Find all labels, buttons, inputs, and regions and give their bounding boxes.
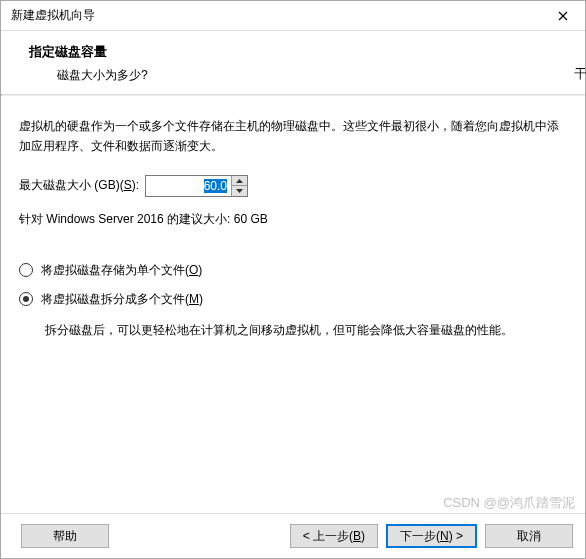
radio-single-file-label: 将虚拟磁盘存储为单个文件(O) [41,262,202,279]
chevron-up-icon [236,179,243,183]
description-text: 虚拟机的硬盘作为一个或多个文件存储在主机的物理磁盘中。这些文件最初很小，随着您向… [19,116,567,157]
split-description: 拆分磁盘后，可以更轻松地在计算机之间移动虚拟机，但可能会降低大容量磁盘的性能。 [45,320,549,340]
disk-size-label: 最大磁盘大小 (GB)(S): [19,177,139,194]
spinner-buttons [231,176,247,196]
wizard-dialog: 新建虚拟机向导 指定磁盘容量 磁盘大小为多少? 虚拟机的硬盘作为一个或多个文件存… [0,0,586,559]
recommended-size-text: 针对 Windows Server 2016 的建议大小: 60 GB [19,211,567,228]
header-section: 指定磁盘容量 磁盘大小为多少? [1,31,585,94]
radio-split-files[interactable]: 将虚拟磁盘拆分成多个文件(M) [19,291,567,308]
disk-size-spinner[interactable] [145,175,248,197]
disk-size-input[interactable] [146,176,231,196]
page-subtitle: 磁盘大小为多少? [29,67,557,84]
titlebar: 新建虚拟机向导 [1,1,585,31]
disk-size-row: 最大磁盘大小 (GB)(S): [19,175,567,197]
close-button[interactable] [540,1,585,31]
radio-icon [19,263,33,277]
page-title: 指定磁盘容量 [29,43,557,61]
next-button[interactable]: 下一步(N) > [386,524,477,548]
help-button[interactable]: 帮助 [21,524,109,548]
radio-single-file[interactable]: 将虚拟磁盘存储为单个文件(O) [19,262,567,279]
radio-icon [19,292,33,306]
chevron-down-icon [236,189,243,193]
content-area: 虚拟机的硬盘作为一个或多个文件存储在主机的物理磁盘中。这些文件最初很小，随着您向… [1,96,585,513]
spinner-up-button[interactable] [232,176,247,187]
close-icon [558,11,568,21]
back-button[interactable]: < 上一步(B) [290,524,378,548]
cancel-button[interactable]: 取消 [485,524,573,548]
side-char: 干 [574,65,586,83]
window-title: 新建虚拟机向导 [11,7,95,24]
button-bar: 帮助 < 上一步(B) 下一步(N) > 取消 [1,513,585,558]
radio-split-files-label: 将虚拟磁盘拆分成多个文件(M) [41,291,203,308]
spinner-down-button[interactable] [232,186,247,196]
